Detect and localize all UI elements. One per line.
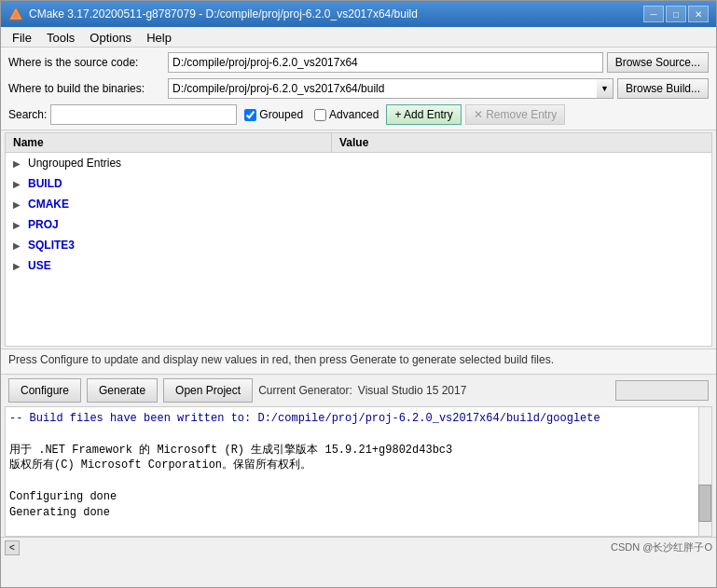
output-line <box>9 427 708 443</box>
grouped-checkbox[interactable] <box>244 109 256 121</box>
advanced-checkbox[interactable] <box>314 109 326 121</box>
grouped-label: Grouped <box>259 108 303 121</box>
scrollbar-track <box>698 407 711 536</box>
expand-icon: ▶ <box>9 153 24 173</box>
status-message: Press Configure to update and display ne… <box>1 349 716 375</box>
main-window: CMake 3.17.20200511-g8787079 - D:/compil… <box>0 0 717 588</box>
close-button[interactable]: ✕ <box>688 6 709 22</box>
table-row[interactable]: ▶ PROJ <box>6 214 711 235</box>
output-line: Generating done <box>9 505 708 521</box>
output-line: Configuring done <box>9 489 708 505</box>
watermark: CSDN @长沙红胖子O <box>611 540 712 554</box>
tree-item-label: SQLITE3 <box>24 237 78 253</box>
action-bar: Configure Generate Open Project Current … <box>1 375 716 406</box>
tree-item-label: PROJ <box>24 216 62 233</box>
source-row: Where is the source code: Browse Source.… <box>8 51 709 74</box>
search-input[interactable] <box>50 104 237 125</box>
generator-prefix: Current Generator: <box>258 384 352 397</box>
tree-item-label: USE <box>24 257 55 274</box>
window-title: CMake 3.17.20200511-g8787079 - D:/compil… <box>29 7 643 21</box>
output-line: -- Build files have been written to: D:/… <box>9 411 708 427</box>
config-table[interactable]: Name Value ▶ Ungrouped Entries ▶ BUILD ▶… <box>5 132 712 347</box>
output-line <box>9 473 708 489</box>
filter-options: Grouped Advanced <box>244 108 379 121</box>
expand-icon: ▶ <box>9 173 24 194</box>
expand-icon: ▶ <box>9 255 24 276</box>
build-combo-wrapper: ▼ <box>168 78 614 99</box>
bottom-bar: < CSDN @长沙红胖子O <box>1 537 716 557</box>
configure-button[interactable]: Configure <box>8 378 81 403</box>
table-header: Name Value <box>6 133 711 153</box>
tree-item-label: CMAKE <box>24 196 73 212</box>
table-row[interactable]: ▶ USE <box>6 255 711 276</box>
build-row: Where to build the binaries: ▼ Browse Bu… <box>8 77 709 100</box>
expand-icon: ▶ <box>9 194 24 214</box>
main-content: Name Value ▶ Ungrouped Entries ▶ BUILD ▶… <box>1 130 716 587</box>
build-label: Where to build the binaries: <box>8 82 162 95</box>
build-input[interactable] <box>168 78 597 99</box>
add-entry-button[interactable]: + Add Entry <box>386 104 461 125</box>
tree-item-label: BUILD <box>24 175 66 192</box>
scrollbar-thumb[interactable] <box>698 485 711 522</box>
menu-help[interactable]: Help <box>139 29 179 45</box>
grouped-checkbox-label[interactable]: Grouped <box>244 108 303 121</box>
advanced-checkbox-label[interactable]: Advanced <box>314 108 379 121</box>
open-project-button[interactable]: Open Project <box>163 378 253 403</box>
table-row[interactable]: ▶ SQLITE3 <box>6 235 711 255</box>
build-combo-arrow[interactable]: ▼ <box>597 78 614 99</box>
minimize-button[interactable]: ─ <box>643 6 664 22</box>
col-value-header: Value <box>332 133 711 152</box>
generate-button[interactable]: Generate <box>87 378 158 403</box>
output-line: 版权所有(C) Microsoft Corporation。保留所有权利。 <box>9 458 708 473</box>
output-console[interactable]: -- Build files have been written to: D:/… <box>5 406 712 537</box>
advanced-label: Advanced <box>329 108 379 121</box>
app-icon <box>8 7 23 21</box>
window-controls: ─ □ ✕ <box>643 6 709 22</box>
generator-field[interactable] <box>615 380 709 401</box>
expand-icon: ▶ <box>9 214 24 235</box>
browse-source-button[interactable]: Browse Source... <box>607 52 709 73</box>
expand-icon: ▶ <box>9 235 24 255</box>
title-bar: CMake 3.17.20200511-g8787079 - D:/compil… <box>1 1 716 27</box>
source-input[interactable] <box>168 52 603 73</box>
generator-value: Visual Studio 15 2017 <box>358 384 467 397</box>
tree-item-label: Ungrouped Entries <box>24 155 125 171</box>
search-label: Search: <box>8 108 47 121</box>
col-name-header: Name <box>6 133 332 152</box>
remove-entry-button: ✕ Remove Entry <box>465 104 565 125</box>
menu-options[interactable]: Options <box>82 29 139 45</box>
scroll-left-button[interactable]: < <box>5 540 20 555</box>
table-row[interactable]: ▶ CMAKE <box>6 194 711 214</box>
browse-build-button[interactable]: Browse Build... <box>617 78 709 99</box>
maximize-button[interactable]: □ <box>666 6 686 22</box>
menu-tools[interactable]: Tools <box>39 29 82 45</box>
menu-bar: File Tools Options Help <box>1 27 716 48</box>
toolbar: Where is the source code: Browse Source.… <box>1 48 716 130</box>
menu-file[interactable]: File <box>5 29 39 45</box>
table-row[interactable]: ▶ Ungrouped Entries <box>6 153 711 173</box>
search-row: Search: Grouped Advanced + Add Entry ✕ R… <box>8 103 709 126</box>
table-row[interactable]: ▶ BUILD <box>6 173 711 194</box>
output-line: 用于 .NET Framework 的 Microsoft (R) 生成引擎版本… <box>9 443 708 458</box>
source-label: Where is the source code: <box>8 56 162 69</box>
